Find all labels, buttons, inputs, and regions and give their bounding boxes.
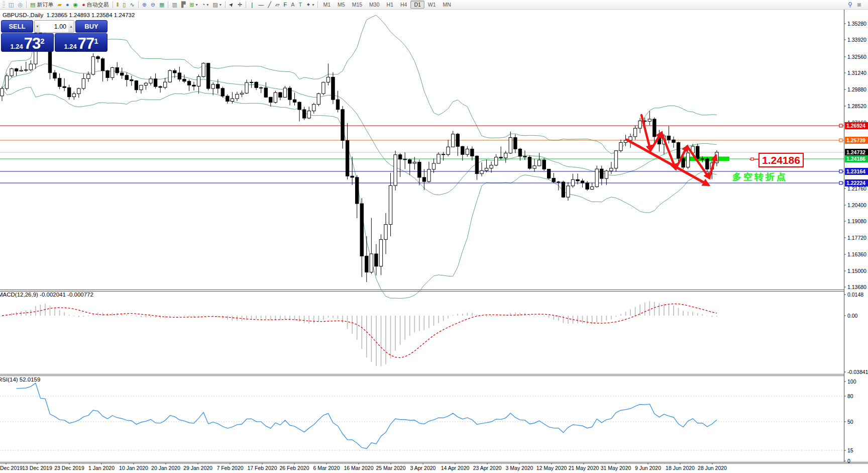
horizontal-line-button[interactable]: ―	[256, 1, 266, 9]
market-button[interactable]: ▰	[55, 1, 63, 9]
macd-tick: -0.038415	[847, 369, 868, 375]
navigator-button[interactable]: ▛	[179, 1, 187, 9]
templates-icon: ▨	[212, 2, 218, 8]
date-label: 31 May 2020	[601, 465, 631, 471]
channel-icon: ▱	[275, 2, 279, 8]
label-button[interactable]: T	[297, 1, 304, 9]
buy-price-big: 77	[78, 37, 94, 50]
date-label: 29 Jan 2020	[183, 465, 212, 471]
toolbar: ◫◎▤新订单▰●◉●自动交易‖▯∿⊕⊖▦▥▛⊞▾◔▾▨▾➤✛❘―╱▱FAT✦▾M…	[0, 0, 868, 10]
community-button[interactable]: ●	[64, 1, 71, 9]
candlestick-chart-icon: ▯	[123, 2, 126, 8]
timeframe-m5-button[interactable]: M5	[334, 1, 349, 9]
periods-button[interactable]: ◔▾	[200, 1, 211, 9]
timeframe-mn-button[interactable]: MN	[440, 1, 455, 9]
fibonacci-button[interactable]: F	[281, 1, 289, 9]
sell-button[interactable]: SELL	[1, 20, 33, 33]
community-icon: ●	[66, 2, 69, 8]
price-level-chip: 1.22224	[845, 179, 868, 186]
date-label: 25 Mar 2020	[376, 465, 406, 471]
macd-tick: 0.00	[847, 313, 857, 319]
dropdown-arrow-icon: ▾	[206, 3, 208, 7]
dropdown-arrow-icon: ▾	[312, 3, 314, 7]
new-order-button[interactable]: ▤新订单	[28, 1, 55, 9]
autotrading-label: 自动交易	[87, 1, 109, 9]
macd-tick: 0.0148	[847, 292, 863, 298]
data-window-icon: ▥	[172, 2, 177, 8]
line-chart-icon: ∿	[130, 2, 134, 8]
cursor-button[interactable]: ➤	[227, 1, 236, 9]
search-icon[interactable]: ⚲	[848, 1, 852, 8]
profiles-button[interactable]: ◎	[16, 1, 25, 9]
date-label: 26 Feb 2020	[280, 465, 309, 471]
bar-chart-button[interactable]: ‖	[115, 1, 121, 9]
date-label: 12 May 2020	[536, 465, 567, 471]
timeframe-m30-button[interactable]: M30	[366, 1, 383, 9]
price-tick: 1.15000	[847, 268, 866, 274]
date-label: 1 Jan 2020	[88, 465, 115, 471]
text-icon: A	[291, 2, 294, 8]
timeframe-h1-button[interactable]: H1	[383, 1, 397, 9]
periods-icon: ◔	[202, 2, 205, 8]
vertical-line-button[interactable]: ❘	[248, 1, 256, 9]
turning-point-annotation[interactable]: 多空转折点	[732, 171, 788, 183]
buy-button[interactable]: BUY	[75, 20, 107, 33]
timeframe-m1-button[interactable]: M1	[319, 1, 334, 9]
candlestick-chart-button[interactable]: ▯	[121, 1, 128, 9]
volume-stepper: ▼ ▲	[34, 20, 74, 33]
chat-icon[interactable]: ◙	[857, 1, 861, 8]
rsi-tick: 80	[847, 393, 853, 399]
buy-price-panel[interactable]: 1.24 77 1	[55, 33, 107, 52]
timeframe-m15-button[interactable]: M15	[349, 1, 366, 9]
add-indicator-button[interactable]: ⊞▾	[187, 1, 199, 9]
date-label: 23 Apr 2020	[473, 465, 502, 471]
templates-button[interactable]: ▨▾	[210, 1, 223, 9]
zoom-out-button[interactable]: ⊖	[149, 1, 157, 9]
sell-price-panel[interactable]: 1.24 73 2	[1, 33, 54, 52]
volume-increase-button[interactable]: ▲	[68, 21, 74, 32]
price-tick: 1.20400	[847, 202, 866, 208]
price-annotation-label[interactable]: 1.24186	[758, 153, 804, 167]
new-chart-button[interactable]: ◫	[7, 1, 16, 9]
new-order-label: 新订单	[37, 1, 53, 9]
text-button[interactable]: A	[289, 1, 296, 9]
trendline-button[interactable]: ╱	[266, 1, 273, 9]
price-tick: 1.29880	[847, 86, 866, 92]
crosshair-button[interactable]: ✛	[236, 1, 244, 9]
dropdown-arrow-icon: ▾	[196, 3, 198, 7]
macd-label: MACD(12,26,9) -0.002041 -0.000772	[0, 292, 93, 298]
date-label: 18 Jun 2020	[666, 465, 695, 471]
zoom-in-icon: ⊕	[142, 2, 147, 8]
channel-button[interactable]: ▱	[273, 1, 281, 9]
autotrading-icon: ●	[82, 2, 85, 8]
zoom-in-button[interactable]: ⊕	[140, 1, 149, 9]
buy-price-prefix: 1.24	[64, 43, 76, 50]
tile-windows-icon: ▦	[159, 2, 164, 8]
date-label: 3 May 2020	[506, 465, 533, 471]
new-order-icon: ▤	[30, 2, 35, 8]
cursor-icon: ➤	[228, 1, 235, 8]
data-window-button[interactable]: ▥	[170, 1, 179, 9]
price-level-chip: 1.26924	[845, 122, 868, 129]
tile-windows-button[interactable]: ▦	[157, 1, 166, 9]
symbol-period-label: GBPUSD-,Daily	[3, 12, 43, 18]
toolbar-separator	[113, 1, 113, 8]
rsi-tick: 0	[847, 458, 850, 464]
buy-price-pip: 1	[94, 34, 98, 49]
timeframe-d1-button[interactable]: D1	[410, 1, 424, 9]
signals-button[interactable]: ◉	[71, 1, 80, 9]
date-label: 13 Dec 2019	[22, 465, 52, 471]
toolbar-separator	[26, 1, 27, 8]
price-tick: 1.19080	[847, 218, 866, 224]
price-tick: 1.32560	[847, 54, 866, 60]
navigator-icon: ▛	[181, 2, 185, 8]
volume-decrease-button[interactable]: ▼	[35, 21, 40, 32]
timeframe-h4-button[interactable]: H4	[397, 1, 410, 9]
timeframe-w1-button[interactable]: W1	[424, 1, 440, 9]
arrows-button[interactable]: ✦▾	[304, 1, 316, 9]
autotrading-button[interactable]: ●自动交易	[80, 1, 111, 9]
line-chart-button[interactable]: ∿	[128, 1, 136, 9]
zoom-out-icon: ⊖	[151, 2, 155, 8]
volume-input[interactable]	[40, 21, 68, 32]
chart-canvas[interactable]	[0, 0, 868, 473]
